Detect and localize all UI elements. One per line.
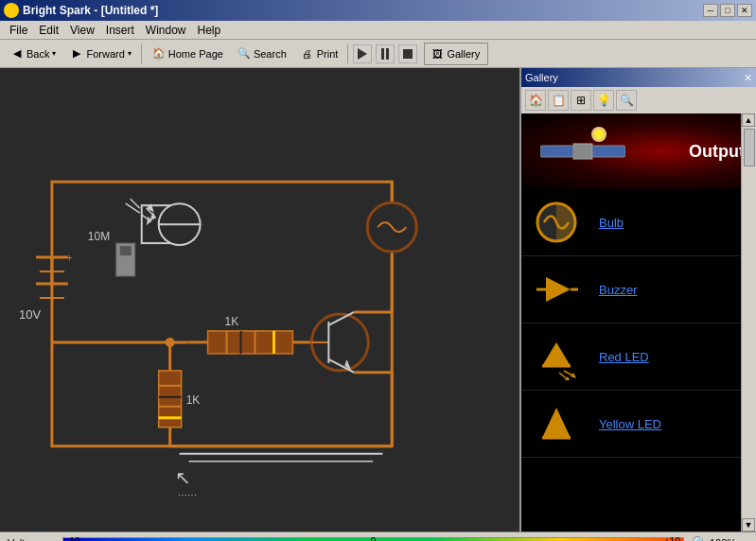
print-icon: 🖨 bbox=[300, 46, 315, 61]
menu-help[interactable]: Help bbox=[192, 23, 227, 38]
window-controls[interactable]: ─ □ ✕ bbox=[703, 4, 752, 17]
circuit-canvas[interactable]: + 10V 10M bbox=[0, 68, 519, 532]
red-led-component-icon bbox=[533, 333, 580, 380]
title-bar: ⚡ Bright Spark - [Untitled *] ─ □ ✕ bbox=[0, 0, 756, 21]
bulb-component-icon bbox=[533, 199, 580, 246]
menu-edit[interactable]: Edit bbox=[33, 23, 64, 38]
gallery-search-btn[interactable]: 🔍 bbox=[616, 90, 637, 111]
gallery-scrollbar[interactable]: ▲ ▼ bbox=[741, 113, 756, 532]
gallery-button[interactable]: 🖼 Gallery bbox=[424, 43, 488, 65]
voltage-label: Voltage: bbox=[8, 537, 55, 542]
menu-insert[interactable]: Insert bbox=[100, 23, 140, 38]
voltage-neg-label: -10 bbox=[66, 536, 79, 542]
stop-button[interactable] bbox=[398, 44, 417, 63]
zoom-value: 100% bbox=[710, 537, 736, 542]
svg-rect-56 bbox=[573, 144, 592, 159]
gallery-bulb-btn[interactable]: 💡 bbox=[593, 90, 614, 111]
gallery-banner-text: Output bbox=[689, 142, 745, 162]
forward-icon: ▶ bbox=[69, 46, 84, 61]
scroll-down-btn[interactable]: ▼ bbox=[742, 518, 755, 532]
svg-text:1K: 1K bbox=[186, 393, 201, 407]
pause-button[interactable] bbox=[376, 44, 395, 63]
gallery-item-yellow-led[interactable]: Yellow LED bbox=[521, 391, 756, 458]
svg-text:10M: 10M bbox=[88, 230, 110, 243]
bulb-label: Bulb bbox=[599, 216, 624, 230]
voltage-scale: -10 0 +10 bbox=[62, 537, 684, 542]
maximize-button[interactable]: □ bbox=[720, 4, 735, 17]
back-icon: ◀ bbox=[9, 46, 25, 61]
zoom-indicator: 🔍 100% bbox=[692, 535, 748, 542]
back-button[interactable]: ◀ Back ▾ bbox=[4, 43, 62, 65]
gallery-panel: Gallery ✕ 🏠 📋 ⊞ 💡 🔍 bbox=[519, 68, 756, 532]
yellow-led-component-icon bbox=[533, 400, 580, 447]
zoom-icon: 🔍 bbox=[692, 535, 708, 542]
scroll-thumb[interactable] bbox=[744, 129, 755, 166]
gallery-title-bar: Gallery ✕ bbox=[521, 68, 756, 87]
home-button[interactable]: 🏠 Home Page bbox=[146, 43, 229, 65]
gallery-list-btn[interactable]: 📋 bbox=[548, 90, 569, 111]
svg-text:↖: ↖ bbox=[175, 467, 191, 488]
svg-rect-26 bbox=[208, 331, 293, 354]
svg-marker-70 bbox=[571, 373, 576, 378]
gallery-panel-title: Gallery bbox=[525, 72, 558, 83]
back-arrow-icon: ▾ bbox=[52, 49, 56, 58]
separator-2 bbox=[347, 44, 348, 63]
voltage-zero-label: 0 bbox=[371, 536, 377, 542]
svg-text:⋯⋯: ⋯⋯ bbox=[178, 490, 197, 500]
yellow-led-label: Yellow LED bbox=[599, 417, 661, 431]
pause-icon bbox=[381, 48, 389, 60]
svg-rect-17 bbox=[120, 246, 132, 255]
search-icon: 🔍 bbox=[237, 46, 252, 61]
window-title: Bright Spark - [Untitled *] bbox=[23, 4, 158, 17]
app-icon: ⚡ bbox=[4, 3, 19, 18]
gallery-toolbar: 🏠 📋 ⊞ 💡 🔍 bbox=[521, 87, 756, 113]
svg-point-62 bbox=[594, 130, 604, 139]
buzzer-label: Buzzer bbox=[599, 283, 637, 297]
menu-window[interactable]: Window bbox=[140, 23, 192, 38]
satellite-image bbox=[540, 123, 625, 180]
main-area: + 10V 10M bbox=[0, 68, 756, 532]
scroll-up-btn[interactable]: ▲ bbox=[742, 113, 755, 127]
stop-icon bbox=[403, 49, 413, 59]
svg-marker-67 bbox=[542, 342, 571, 366]
status-bar: Voltage: -10 0 +10 🔍 100% bbox=[0, 532, 756, 541]
play-button[interactable] bbox=[353, 44, 372, 63]
gallery-item-bulb[interactable]: Bulb bbox=[521, 189, 756, 256]
separator-1 bbox=[141, 44, 142, 63]
play-icon bbox=[358, 48, 367, 60]
minimize-button[interactable]: ─ bbox=[703, 4, 718, 17]
gallery-item-red-led[interactable]: Red LED bbox=[521, 323, 756, 391]
menu-file[interactable]: File bbox=[4, 23, 33, 38]
print-button[interactable]: 🖨 Print bbox=[294, 43, 344, 65]
gallery-home-btn[interactable]: 🏠 bbox=[525, 90, 546, 111]
red-led-label: Red LED bbox=[599, 350, 649, 364]
gallery-item-buzzer[interactable]: Buzzer bbox=[521, 256, 756, 323]
home-icon: 🏠 bbox=[151, 46, 167, 61]
menu-bar: File Edit View Insert Window Help bbox=[0, 21, 756, 40]
gallery-icon: 🖼 bbox=[432, 48, 443, 60]
gallery-banner: Output bbox=[521, 113, 756, 189]
circuit-diagram: + 10V 10M bbox=[0, 68, 519, 532]
toolbar: ◀ Back ▾ ▶ Forward ▾ 🏠 Home Page 🔍 Searc… bbox=[0, 40, 756, 68]
gallery-scroll-area[interactable]: Output Bulb bbox=[521, 113, 756, 532]
svg-text:+: + bbox=[66, 252, 73, 265]
buzzer-component-icon bbox=[533, 266, 580, 313]
gallery-close-button[interactable]: ✕ bbox=[744, 72, 752, 84]
svg-text:10V: 10V bbox=[19, 307, 41, 322]
search-button[interactable]: 🔍 Search bbox=[231, 43, 292, 65]
forward-button[interactable]: ▶ Forward ▾ bbox=[63, 43, 136, 65]
svg-rect-59 bbox=[540, 146, 573, 157]
svg-marker-73 bbox=[542, 408, 571, 438]
svg-text:1K: 1K bbox=[225, 315, 239, 328]
close-button[interactable]: ✕ bbox=[737, 4, 752, 17]
menu-view[interactable]: View bbox=[64, 23, 100, 38]
voltage-pos-label: +10 bbox=[664, 536, 680, 542]
svg-marker-65 bbox=[546, 277, 571, 302]
svg-rect-60 bbox=[592, 146, 625, 157]
forward-arrow-icon: ▾ bbox=[128, 49, 132, 58]
gallery-grid-btn[interactable]: ⊞ bbox=[571, 90, 591, 111]
